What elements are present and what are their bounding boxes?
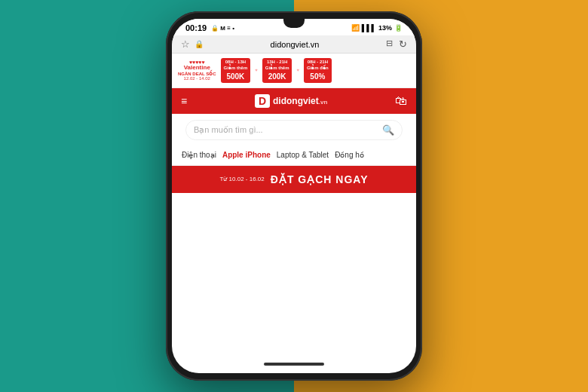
bookmark-icon[interactable]: ☆ — [181, 38, 190, 50]
home-indicator — [264, 363, 324, 366]
search-icon: 🔍 — [382, 124, 394, 136]
nav-link-apple[interactable]: Apple iPhone — [220, 149, 273, 161]
heart-separator-1: ♥ — [255, 68, 258, 72]
valentine-label: Valentine — [184, 65, 210, 72]
deal2-value: 200K — [265, 72, 289, 81]
deal1-value: 500K — [224, 72, 248, 81]
nav-link-dienthoai[interactable]: Điện thoại — [179, 149, 219, 161]
deal-badge-3: 08H - 21H Giảm đến 50% — [304, 58, 332, 83]
search-bar[interactable]: Bạn muốn tìm gì... 🔍 — [185, 120, 403, 140]
tab-menu-icon[interactable]: ⊟ — [386, 38, 393, 50]
site-header: ≡ D didongviet.vn 🛍 — [172, 88, 416, 114]
browser-actions: ⊟ ↻ — [386, 38, 407, 50]
status-right: 📶 ▌▌▌ 13% 🔋 — [351, 24, 403, 32]
promo-date: Từ 10.02 - 16.02 — [220, 176, 265, 182]
status-bar: 00:19 🔒 M ≡ • 📶 ▌▌▌ 13% 🔋 — [172, 19, 416, 35]
browser-bar[interactable]: ☆ 🔒 didongviet.vn ⊟ ↻ — [172, 35, 416, 54]
notification-icons: 🔒 M ≡ • — [211, 25, 234, 32]
logo-d-letter: D — [255, 94, 270, 108]
deal2-label: Giảm thêm — [265, 66, 289, 72]
lock-icon: 🔒 — [194, 40, 204, 48]
refresh-icon[interactable]: ↻ — [399, 38, 407, 50]
hamburger-menu-icon[interactable]: ≡ — [181, 95, 187, 107]
search-placeholder: Bạn muốn tìm gì... — [194, 125, 382, 135]
deal2-time: 13H - 21H — [265, 60, 289, 66]
deal-badge-1: 08H - 13H Giảm thêm 500K — [221, 58, 251, 83]
wifi-icon: 📶 — [351, 24, 360, 32]
ngandeal-label: NGÀN DEAL SỐC — [178, 72, 216, 77]
deal3-label: Giảm đến — [307, 66, 329, 72]
site-name: didongviet.vn — [273, 96, 327, 106]
nav-link-laptop[interactable]: Laptop & Tablet — [274, 149, 331, 161]
battery-icon: 🔋 — [394, 24, 403, 32]
deal1-label: Giảm thêm — [224, 66, 248, 72]
url-bar[interactable]: didongviet.vn — [208, 40, 381, 49]
phone-screen: 00:19 🔒 M ≡ • 📶 ▌▌▌ 13% 🔋 ☆ 🔒 didongviet… — [172, 19, 416, 373]
status-time: 00:19 — [185, 23, 207, 32]
status-left: 00:19 🔒 M ≡ • — [185, 23, 234, 32]
nav-link-dongh[interactable]: Đồng hồ — [332, 149, 366, 161]
nav-links: Điện thoại Apple iPhone Laptop & Tablet … — [172, 146, 416, 166]
promo-title: ĐẶT GẠCH NGAY — [271, 173, 369, 185]
cart-icon[interactable]: 🛍 — [395, 94, 407, 108]
deal3-value: 50% — [307, 72, 329, 81]
deal1-time: 08H - 13H — [224, 60, 248, 66]
battery-label: 13% — [378, 24, 392, 32]
signal-icon: ▌▌▌ — [362, 24, 376, 32]
phone-outer: 00:19 🔒 M ≡ • 📶 ▌▌▌ 13% 🔋 ☆ 🔒 didongviet… — [166, 11, 422, 381]
valentine-logo: ♥♥♥♥♥ Valentine NGÀN DEAL SỐC 12.02 - 14… — [178, 60, 216, 81]
phone-frame: 00:19 🔒 M ≡ • 📶 ▌▌▌ 13% 🔋 ☆ 🔒 didongviet… — [166, 11, 422, 381]
deal-badge-2: 13H - 21H Giảm thêm 200K — [262, 58, 292, 83]
valentine-date: 12.02 - 14.02 — [184, 76, 210, 81]
valentine-banner: ♥♥♥♥♥ Valentine NGÀN DEAL SỐC 12.02 - 14… — [172, 54, 416, 88]
heart-separator-2: ♥ — [296, 68, 299, 72]
promo-banner: Từ 10.02 - 16.02 ĐẶT GẠCH NGAY — [172, 166, 416, 193]
deal3-time: 08H - 21H — [307, 60, 329, 66]
camera-notch — [283, 19, 305, 28]
site-logo[interactable]: D didongviet.vn — [255, 94, 327, 108]
